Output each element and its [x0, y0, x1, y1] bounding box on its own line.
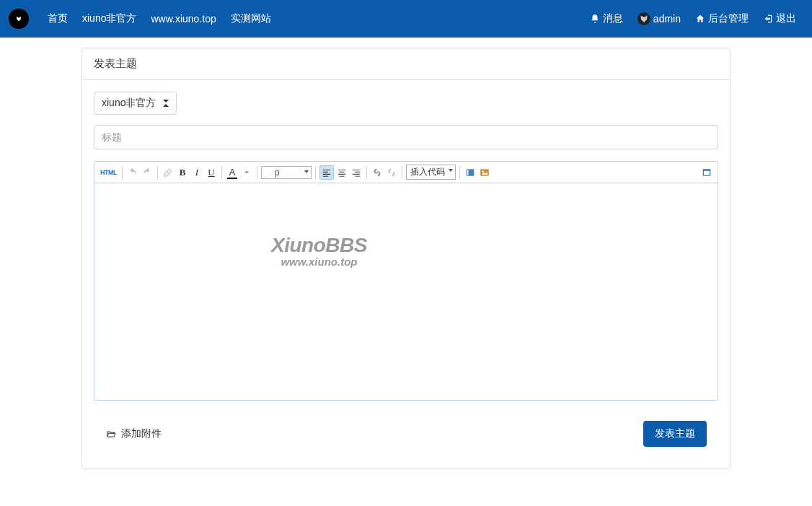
submit-button[interactable]: 发表主题: [643, 421, 707, 447]
navbar: 首页 xiuno非官方 www.xiuno.top 实测网站 消息 admin …: [0, 0, 812, 38]
align-center-icon: [337, 167, 347, 178]
eraser-icon: [163, 167, 173, 178]
media-icon: [465, 167, 475, 178]
toolbar-unlink[interactable]: [385, 165, 398, 180]
forum-select[interactable]: xiuno非官方: [94, 92, 177, 115]
toolbar-fullscreen[interactable]: [700, 165, 713, 180]
nav-logout[interactable]: 退出: [756, 0, 803, 38]
svg-rect-1: [467, 170, 469, 175]
fullscreen-icon: [702, 167, 712, 178]
title-input[interactable]: [94, 125, 718, 149]
watermark: XiunoBBS www.xiuno.top: [271, 234, 367, 268]
nav-user[interactable]: admin: [630, 0, 688, 38]
undo-icon: [128, 167, 138, 178]
redo-icon: [142, 167, 152, 178]
editor-toolbar: HTML B I U: [94, 162, 718, 183]
toolbar-font-color-dropdown[interactable]: [240, 165, 253, 180]
align-left-icon: [322, 167, 332, 178]
logout-icon: [763, 14, 773, 24]
toolbar-html[interactable]: HTML: [99, 165, 118, 180]
fox-icon: [16, 13, 22, 25]
toolbar-format-block[interactable]: p: [261, 166, 312, 179]
card-footer: 添加附件 发表主题: [94, 411, 718, 457]
nav-home[interactable]: 首页: [40, 0, 75, 38]
add-attachment[interactable]: 添加附件: [105, 427, 162, 440]
toolbar-align-left[interactable]: [319, 165, 334, 180]
toolbar-italic[interactable]: I: [190, 165, 203, 180]
nav-admin[interactable]: 后台管理: [688, 0, 756, 38]
toolbar-align-center[interactable]: [335, 165, 348, 180]
toolbar-clear-format[interactable]: [162, 165, 175, 180]
svg-point-3: [482, 170, 484, 172]
folder-open-icon: [105, 429, 117, 439]
toolbar-undo[interactable]: [126, 165, 139, 180]
toolbar-media[interactable]: [464, 165, 477, 180]
toolbar-image[interactable]: [478, 165, 491, 180]
nav-messages[interactable]: 消息: [583, 0, 630, 38]
toolbar-redo[interactable]: [141, 165, 154, 180]
unlink-icon: [387, 167, 397, 178]
toolbar-bold[interactable]: B: [176, 165, 189, 180]
toolbar-font-color[interactable]: A: [226, 165, 239, 180]
avatar-icon: [637, 12, 650, 25]
svg-rect-5: [704, 170, 710, 175]
chevron-down-icon: [244, 170, 250, 175]
editor-content[interactable]: XiunoBBS www.xiuno.top: [94, 183, 718, 400]
image-icon: [480, 167, 490, 178]
editor: HTML B I U: [94, 161, 718, 401]
post-card: 发表主题 xiuno非官方 HTML: [81, 48, 731, 469]
card-title: 发表主题: [82, 48, 730, 80]
bell-icon: [590, 14, 600, 24]
align-right-icon: [351, 167, 361, 178]
logo[interactable]: [9, 9, 29, 29]
home-icon: [695, 14, 705, 24]
toolbar-align-right[interactable]: [350, 165, 363, 180]
toolbar-underline[interactable]: U: [205, 165, 218, 180]
nav-link-site[interactable]: www.xiuno.top: [144, 0, 223, 38]
toolbar-link[interactable]: [371, 165, 384, 180]
link-icon: [372, 167, 382, 178]
toolbar-insert-code[interactable]: 插入代码: [406, 165, 456, 180]
nav-link-test[interactable]: 实测网站: [224, 0, 278, 38]
nav-link-xiuno[interactable]: xiuno非官方: [75, 0, 144, 38]
